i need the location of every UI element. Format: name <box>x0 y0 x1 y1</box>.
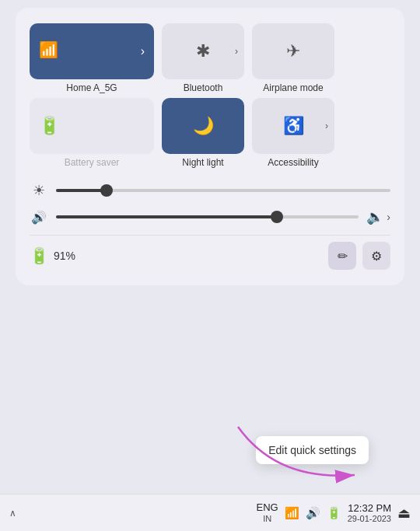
night-light-label: Night light <box>182 157 223 168</box>
brightness-thumb[interactable] <box>100 184 113 197</box>
lang-main: ENG <box>257 501 278 514</box>
taskbar: ∧ ENG IN 📶 🔊 🔋 12:32 PM 29-01-2023 ⏏ <box>0 494 420 531</box>
volume-icon: 🔊 <box>30 210 48 225</box>
bluetooth-chevron-icon: › <box>235 46 238 57</box>
brightness-icon: ☀ <box>30 182 48 199</box>
battery-saver-tile[interactable]: 🔋 <box>30 98 154 154</box>
svg-text:📶: 📶 <box>39 40 58 58</box>
tooltip-text: Edit quick settings <box>268 444 356 456</box>
accessibility-tile[interactable]: ♿ › <box>252 98 334 154</box>
taskbar-date: 29-01-2023 <box>348 514 391 523</box>
wifi-label: Home A_5G <box>66 82 117 93</box>
quick-settings-panel: 📶 › Home A_5G ✱ › Bluetooth ✈ Airplane m… <box>16 8 404 285</box>
taskbar-chevron[interactable]: ∧ <box>9 508 16 519</box>
tooltip-container: Edit quick settings <box>256 436 369 464</box>
accessibility-chevron-icon: › <box>325 121 328 131</box>
airplane-tile[interactable]: ✈ <box>252 23 334 79</box>
speaker-device-icon: 🔈 <box>366 208 383 225</box>
bluetooth-icon: ✱ <box>196 41 210 61</box>
taskbar-volume-icon[interactable]: 🔊 <box>306 506 320 520</box>
taskbar-notification-icon[interactable]: ⏏ <box>397 505 411 522</box>
taskbar-clock[interactable]: 12:32 PM 29-01-2023 <box>348 502 391 523</box>
bottom-bar: 🔋 91% ✏ ⚙ <box>30 235 390 273</box>
battery-percent: 91% <box>54 250 75 262</box>
taskbar-wifi-icon[interactable]: 📶 <box>285 506 299 520</box>
volume-slider[interactable] <box>56 215 359 218</box>
airplane-label: Airplane mode <box>263 82 323 93</box>
volume-slider-row: 🔊 🔈 › <box>30 208 390 225</box>
taskbar-system-tray: ∧ <box>9 508 16 519</box>
volume-device-area: 🔈 › <box>366 208 390 225</box>
volume-chevron-icon[interactable]: › <box>387 211 390 223</box>
battery-saver-label: Battery saver <box>65 157 120 168</box>
night-light-icon: 🌙 <box>193 116 214 136</box>
lang-sub: IN <box>257 514 278 524</box>
bottom-actions: ✏ ⚙ <box>328 242 390 270</box>
edit-quick-settings-button[interactable]: ✏ <box>328 242 356 270</box>
taskbar-battery-icon[interactable]: 🔋 <box>327 506 341 520</box>
settings-button[interactable]: ⚙ <box>362 242 390 270</box>
airplane-icon: ✈ <box>286 41 300 61</box>
accessibility-icon: ♿ <box>283 116 304 136</box>
language-indicator: ENG IN <box>257 501 278 524</box>
accessibility-label: Accessibility <box>268 157 318 168</box>
bluetooth-label: Bluetooth <box>184 82 223 93</box>
wifi-tile[interactable]: 📶 › <box>30 23 154 79</box>
tooltip-arrow <box>230 419 386 489</box>
taskbar-icons: 📶 🔊 🔋 <box>285 506 341 520</box>
bluetooth-tile[interactable]: ✱ › <box>162 23 244 79</box>
battery-status-icon: 🔋 <box>30 246 49 265</box>
battery-section: 🔋 91% <box>30 246 75 265</box>
wifi-chevron-icon: › <box>141 44 145 58</box>
volume-fill <box>56 215 277 218</box>
tooltip-box: Edit quick settings <box>256 436 369 464</box>
brightness-slider-row: ☀ <box>30 182 390 199</box>
battery-saver-icon: 🔋 <box>39 116 60 136</box>
wifi-icon: 📶 <box>39 40 58 63</box>
brightness-fill <box>56 189 107 192</box>
brightness-slider[interactable] <box>56 189 390 192</box>
taskbar-time: 12:32 PM <box>348 502 391 514</box>
volume-thumb[interactable] <box>271 211 283 223</box>
night-light-tile[interactable]: 🌙 <box>162 98 244 154</box>
